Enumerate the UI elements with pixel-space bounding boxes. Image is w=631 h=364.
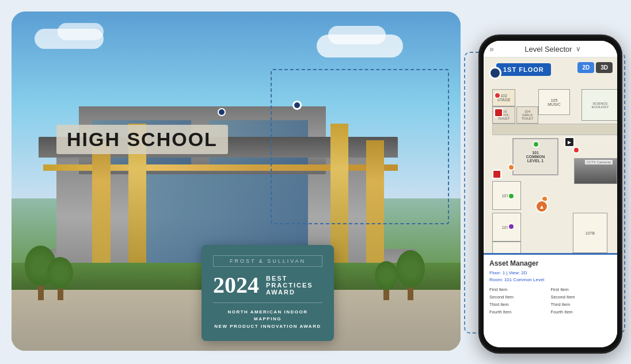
building-dot-marker-1 — [292, 101, 302, 110]
nav-marker[interactable]: ▲ — [535, 200, 548, 213]
award-line2: PRACTICES — [266, 282, 313, 289]
level-selector[interactable]: Level Selector ∨ — [494, 45, 611, 53]
school-sign: HIGH SCHOOL — [56, 125, 228, 154]
main-container: HIGH SCHOOL FROST & SULL — [0, 0, 631, 364]
floor-label[interactable]: 1ST FLOOR — [496, 63, 551, 76]
room-107d: 107D — [492, 181, 521, 210]
building-dot-marker-2 — [218, 108, 226, 116]
asset-right-3: Third Item — [551, 302, 612, 307]
award-year: 2024 — [213, 274, 259, 297]
room-105: 105 MUSIC — [538, 89, 570, 115]
map-pin-green-1[interactable] — [533, 141, 539, 148]
square-marker-1[interactable] — [494, 108, 503, 117]
asset-info-line1: Floor: 1 | View: 2D — [489, 270, 611, 277]
asset-right-2: Second Item — [551, 294, 612, 300]
asset-grid: First Item Second Item Third Item Fourth… — [489, 287, 611, 315]
gold-col-4 — [366, 140, 384, 276]
map-pin-purple-1[interactable] — [508, 223, 515, 230]
room-104: 104 GIRLS TOILET — [516, 106, 538, 124]
award-line3: AWARD — [266, 289, 313, 296]
asset-left-1: First Item — [489, 287, 550, 292]
phone-header: » Level Selector ∨ — [484, 41, 617, 58]
map-pin-red-2[interactable] — [573, 147, 580, 154]
asset-panel-info: Floor: 1 | View: 2D Room: 101 Common Lev… — [489, 270, 611, 283]
school-name: HIGH SCHOOL — [67, 128, 218, 150]
map-pin-red-1[interactable] — [494, 92, 501, 99]
room-107f: 107F — [492, 242, 521, 253]
cloud-4 — [328, 26, 386, 44]
gold-col-1 — [92, 140, 110, 276]
room-107b: 107B — [573, 213, 607, 253]
award-subtitle-2: NEW PRODUCT INNOVATION AWARD — [214, 324, 321, 329]
level-selector-label: Level Selector — [524, 45, 572, 53]
view-2d-button[interactable]: 2D — [577, 62, 594, 73]
tree-2 — [47, 257, 73, 300]
corridor — [492, 124, 617, 135]
asset-panel: Asset Manager Floor: 1 | View: 2D Room: … — [484, 253, 617, 347]
phone-screen: » Level Selector ∨ 1ST FLOOR 2D 3D 105 M… — [484, 41, 617, 347]
asset-left-3: Third Item — [489, 302, 550, 307]
award-brand: FROST & SULLIVAN — [213, 255, 322, 267]
tree-3 — [396, 250, 425, 300]
award-divider — [213, 302, 322, 303]
award-year-row: 2024 BEST PRACTICES AWARD — [213, 274, 322, 297]
award-text-col: BEST PRACTICES AWARD — [266, 275, 313, 296]
black-marker[interactable]: ▶ — [564, 137, 575, 147]
asset-info-line2: Room: 101 Common Level — [489, 277, 611, 283]
outer-connection-dot — [489, 67, 501, 79]
map-pin-green-2[interactable] — [508, 193, 515, 200]
asset-col-left: First Item Second Item Third Item Fourth… — [489, 287, 550, 315]
asset-right-4: Fourth Item — [551, 309, 612, 315]
square-marker-2[interactable] — [492, 170, 501, 179]
tree-4 — [375, 261, 398, 300]
phone-mockup: » Level Selector ∨ 1ST FLOOR 2D 3D 105 M… — [478, 35, 622, 354]
view-3d-button[interactable]: 3D — [596, 62, 613, 73]
phone-back-chevrons[interactable]: » — [489, 44, 494, 53]
map-pin-orange-1[interactable] — [508, 164, 515, 171]
asset-col-right: First Item Second Item Third Item Fourth… — [551, 287, 612, 315]
room-107e: 107E — [492, 213, 521, 242]
cloud-2 — [58, 23, 104, 40]
cctv-label: CCTV Cameras — [585, 160, 613, 164]
award-card: FROST & SULLIVAN 2024 BEST PRACTICES AWA… — [202, 245, 334, 341]
award-line1: BEST — [266, 275, 313, 282]
room-science: SCIENCE ECOLOGY — [581, 89, 617, 121]
award-subtitle: NORTH AMERICAN INDOOR MAPPING NEW PRODUC… — [213, 309, 322, 331]
chevron-down-icon: ∨ — [576, 45, 581, 53]
asset-right-1: First Item — [551, 287, 612, 292]
award-subtitle-1: NORTH AMERICAN INDOOR MAPPING — [227, 309, 307, 322]
view-buttons: 2D 3D — [577, 62, 613, 73]
asset-left-2: Second Item — [489, 294, 550, 300]
asset-panel-title: Asset Manager — [489, 259, 611, 267]
phone-map: 1ST FLOOR 2D 3D 105 MUSIC 102 STAGE 103 … — [484, 58, 617, 253]
asset-left-4: Fourth Item — [489, 309, 550, 315]
